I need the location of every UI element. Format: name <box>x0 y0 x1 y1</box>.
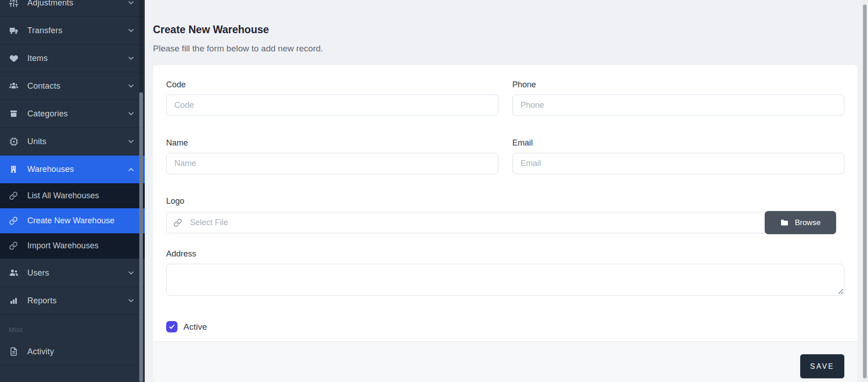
page-subtitle: Please fill the form below to add new re… <box>153 44 323 54</box>
link-icon <box>9 241 18 251</box>
code-label: Code <box>166 80 498 90</box>
sidebar-item-label: Contacts <box>27 81 127 91</box>
chip-icon <box>9 136 19 146</box>
link-icon <box>173 218 182 227</box>
sidebar-item-adjustments[interactable]: Adjustments <box>0 0 145 17</box>
create-warehouse-form-card: Code Phone Name Email <box>153 65 858 382</box>
sidebar-item-reports[interactable]: Reports <box>0 287 145 315</box>
submenu-item-label: Create New Warehouse <box>27 216 114 226</box>
sidebar-item-transfers[interactable]: Transfers <box>0 17 145 45</box>
chevron-down-icon <box>127 269 135 276</box>
logo-label: Logo <box>166 196 836 206</box>
sidebar-item-label: Reports <box>27 296 127 306</box>
phone-label: Phone <box>513 80 845 90</box>
code-field-group: Code <box>166 80 498 116</box>
file-icon <box>9 347 19 357</box>
code-input[interactable] <box>166 95 498 116</box>
submenu-item-create-new-warehouse[interactable]: Create New Warehouse <box>0 208 145 233</box>
sidebar-item-label: Warehouses <box>27 165 127 174</box>
email-input[interactable] <box>513 153 845 174</box>
sidebar-item-warehouses[interactable]: Warehouses <box>0 156 145 183</box>
sidebar-section-misc: Misc <box>0 315 145 338</box>
logo-file-input[interactable] <box>166 212 766 233</box>
page-title: Create New Warehouse <box>153 24 269 36</box>
sidebar-item-label: Users <box>27 268 127 278</box>
submenu-item-label: List All Warehouses <box>27 191 99 201</box>
app-window: Adjustments Transfers Items <box>0 0 868 382</box>
name-input[interactable] <box>166 153 498 174</box>
email-label: Email <box>513 138 845 148</box>
sidebar-item-units[interactable]: Units <box>0 128 145 156</box>
link-icon <box>9 216 18 226</box>
phone-field-group: Phone <box>513 80 845 116</box>
truck-icon <box>9 25 19 35</box>
chevron-down-icon <box>127 0 135 6</box>
chevron-up-icon <box>127 166 135 173</box>
folder-icon <box>780 218 789 227</box>
form-footer: SAVE <box>153 341 858 382</box>
chevron-down-icon <box>127 138 135 145</box>
browse-button-label: Browse <box>795 218 821 227</box>
active-checkbox-label: Active <box>183 322 207 332</box>
sidebar-item-contacts[interactable]: Contacts <box>0 72 145 100</box>
sidebar-item-categories[interactable]: Categories <box>0 100 145 128</box>
create-warehouse-form: Code Phone Name Email <box>153 65 858 341</box>
sidebar-item-label: Transfers <box>27 26 127 35</box>
sidebar-item-label: Adjustments <box>27 0 127 8</box>
submenu-item-list-all-warehouses[interactable]: List All Warehouses <box>0 183 145 208</box>
link-icon <box>9 191 18 201</box>
users-icon <box>9 268 19 278</box>
sidebar-item-users[interactable]: Users <box>0 259 145 287</box>
sliders-icon <box>9 0 19 8</box>
archive-icon <box>9 109 19 119</box>
browse-button[interactable]: Browse <box>765 211 836 234</box>
building-icon <box>9 165 19 175</box>
address-field-group: Address <box>166 249 844 296</box>
submenu-item-import-warehouses[interactable]: Import Warehouses <box>0 233 145 258</box>
chevron-down-icon <box>127 297 135 304</box>
save-button[interactable]: SAVE <box>800 354 844 378</box>
page-scrollbar-thumb[interactable] <box>863 5 867 378</box>
sidebar-item-label: Items <box>27 54 127 63</box>
bar-chart-icon <box>9 296 19 306</box>
address-textarea[interactable] <box>166 264 844 296</box>
check-icon <box>168 323 175 330</box>
sidebar-item-label: Activity <box>27 347 135 357</box>
sidebar: Adjustments Transfers Items <box>0 0 145 382</box>
sidebar-scrollbar-thumb[interactable] <box>139 92 143 382</box>
name-field-group: Name <box>166 138 498 174</box>
address-label: Address <box>166 249 844 259</box>
heart-icon <box>9 53 19 63</box>
active-checkbox[interactable] <box>166 321 178 332</box>
chevron-down-icon <box>127 82 135 90</box>
email-field-group: Email <box>513 138 845 174</box>
name-label: Name <box>166 138 498 148</box>
contacts-icon <box>9 81 19 91</box>
chevron-down-icon <box>127 110 135 117</box>
phone-input[interactable] <box>513 95 845 116</box>
logo-field-group: Logo <box>166 196 836 234</box>
chevron-down-icon <box>127 27 135 34</box>
submenu-item-label: Import Warehouses <box>27 241 98 251</box>
sidebar-item-activity[interactable]: Activity <box>0 338 145 366</box>
sidebar-item-label: Units <box>27 137 127 146</box>
chevron-down-icon <box>127 55 135 62</box>
sidebar-item-items[interactable]: Items <box>0 45 145 72</box>
warehouses-submenu: List All Warehouses Create New Warehouse… <box>0 183 145 259</box>
sidebar-item-label: Categories <box>27 109 127 119</box>
main-content: Create New Warehouse Please fill the for… <box>145 0 868 382</box>
active-checkbox-row: Active <box>166 321 844 332</box>
